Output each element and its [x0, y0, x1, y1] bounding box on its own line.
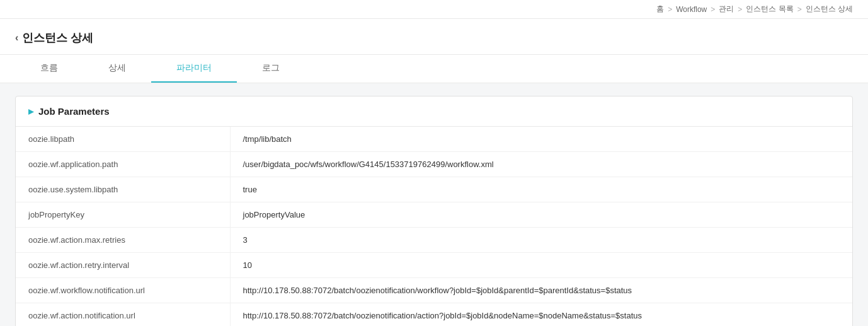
table-row: oozie.use.system.libpath true — [16, 177, 852, 202]
param-key: oozie.use.system.libpath — [16, 177, 230, 202]
table-row: oozie.wf.action.notification.url http://… — [16, 303, 852, 327]
param-value: http://10.178.50.88:7072/batch/oozienoti… — [230, 278, 852, 303]
table-row: oozie.wf.action.retry.interval 10 — [16, 253, 852, 278]
back-arrow: ‹ — [15, 32, 18, 44]
page-header: ‹ 인스턴스 상세 — [0, 19, 868, 55]
card-header: ▸ Job Parameters — [16, 96, 852, 127]
param-value: 3 — [230, 228, 852, 253]
breadcrumb-sep1: > — [668, 5, 672, 14]
param-value: jobPropertyValue — [230, 202, 852, 228]
param-key: oozie.wf.application.path — [16, 152, 230, 177]
param-key: jobPropertyKey — [16, 202, 230, 228]
card-title: Job Parameters — [38, 106, 110, 117]
param-value: http://10.178.50.88:7072/batch/oozienoti… — [230, 303, 852, 327]
param-key: oozie.wf.action.notification.url — [16, 303, 230, 327]
param-value: 10 — [230, 253, 852, 278]
tabs-bar: 흐름 상세 파라미터 로그 — [0, 55, 868, 83]
tab-detail[interactable]: 상세 — [83, 55, 151, 83]
back-button[interactable]: ‹ 인스턴스 상세 — [15, 30, 93, 45]
param-value: true — [230, 177, 852, 202]
tab-params[interactable]: 파라미터 — [151, 55, 237, 83]
breadcrumb-sep2: > — [711, 5, 715, 14]
breadcrumb-instance-detail: 인스턴스 상세 — [806, 4, 853, 15]
param-key: oozie.wf.action.retry.interval — [16, 253, 230, 278]
param-key: oozie.wf.workflow.notification.url — [16, 278, 230, 303]
breadcrumb-manage: 관리 — [719, 4, 734, 15]
table-row: oozie.wf.workflow.notification.url http:… — [16, 278, 852, 303]
breadcrumb-sep3: > — [738, 5, 742, 14]
param-key: oozie.wf.action.max.retries — [16, 228, 230, 253]
breadcrumb-home: 홈 — [656, 4, 664, 15]
tab-flow[interactable]: 흐름 — [15, 55, 83, 83]
tab-log[interactable]: 로그 — [237, 55, 305, 83]
job-parameters-card: ▸ Job Parameters oozie.libpath /tmp/lib/… — [15, 96, 853, 326]
param-value: /tmp/lib/batch — [230, 127, 852, 152]
table-row: oozie.wf.application.path /user/bigdata_… — [16, 152, 852, 177]
table-row: oozie.wf.action.max.retries 3 — [16, 228, 852, 253]
breadcrumb-sep4: > — [797, 5, 802, 14]
main-content: ▸ Job Parameters oozie.libpath /tmp/lib/… — [0, 83, 868, 326]
param-value: /user/bigdata_poc/wfs/workflow/G4145/153… — [230, 152, 852, 177]
table-row: jobPropertyKey jobPropertyValue — [16, 202, 852, 228]
table-row: oozie.libpath /tmp/lib/batch — [16, 127, 852, 152]
breadcrumb-instance-list: 인스턴스 목록 — [746, 4, 793, 15]
breadcrumb: 홈 > Workflow > 관리 > 인스턴스 목록 > 인스턴스 상세 — [0, 0, 868, 19]
page-title: 인스턴스 상세 — [22, 30, 93, 45]
card-header-icon: ▸ — [28, 105, 33, 117]
params-table: oozie.libpath /tmp/lib/batch oozie.wf.ap… — [16, 127, 852, 326]
param-key: oozie.libpath — [16, 127, 230, 152]
breadcrumb-workflow: Workflow — [676, 5, 707, 14]
